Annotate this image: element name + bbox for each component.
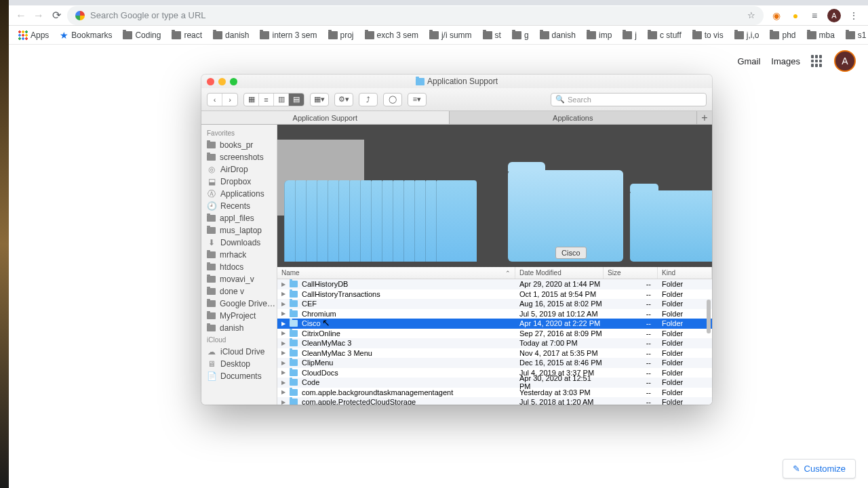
bookmark-item[interactable]: exch 3 sem <box>361 29 422 41</box>
column-name[interactable]: Name⌃ <box>277 267 515 279</box>
file-row[interactable]: ▶CloudDocsJul 4, 2019 at 3:37 PM--Folder <box>277 368 712 378</box>
column-view[interactable]: ▥ <box>274 94 289 106</box>
star-icon[interactable]: ☆ <box>747 10 755 20</box>
disclosure-triangle[interactable]: ▶ <box>277 310 290 317</box>
coverflow-next-folder[interactable] <box>630 190 712 262</box>
extension-icon-1[interactable]: ◉ <box>770 9 783 22</box>
sidebar-item[interactable]: movavi_v <box>201 273 277 285</box>
file-row[interactable]: ▶CodeApr 30, 2020 at 12:51 PM--Folder <box>277 378 712 388</box>
bookmark-item[interactable]: intern 3 sem <box>256 29 321 41</box>
file-row[interactable]: ▶com.apple.backgroundtaskmanagementagent… <box>277 388 712 398</box>
sidebar-item[interactable]: ⬇Downloads <box>201 237 277 249</box>
bookmark-item[interactable]: phd <box>766 29 800 41</box>
coverflow-view[interactable]: ▤ <box>289 94 304 106</box>
file-list[interactable]: ▶CallHistoryDBApr 29, 2020 at 1:44 PM--F… <box>277 279 712 405</box>
disclosure-triangle[interactable]: ▶ <box>277 281 290 287</box>
file-row[interactable]: ▶CleanMyMac 3 MenuNov 4, 2017 at 5:35 PM… <box>277 348 712 359</box>
disclosure-triangle[interactable]: ▶ <box>277 389 290 395</box>
new-tab-button[interactable]: + <box>697 111 712 124</box>
forward-button[interactable]: › <box>222 94 237 106</box>
bookmark-item[interactable]: danish <box>209 29 253 41</box>
bookmark-item[interactable]: imp <box>583 29 616 41</box>
file-row[interactable]: ▶CleanMyMac 3Today at 7:00 PM--Folder <box>277 338 712 348</box>
file-row[interactable]: ▶CitrixOnlineSep 27, 2016 at 8:09 PM--Fo… <box>277 329 712 339</box>
file-row[interactable]: ▶ClipMenuDec 16, 2015 at 8:46 PM--Folder <box>277 358 712 368</box>
reload-button[interactable]: ⟳ <box>50 9 63 22</box>
profile-avatar[interactable]: A <box>827 9 841 22</box>
address-bar[interactable]: Search Google or type a URL ☆ <box>67 6 764 25</box>
file-row[interactable]: ▶CallHistoryDBApr 29, 2020 at 1:44 PM--F… <box>277 279 712 289</box>
sidebar-item[interactable]: MyProject <box>201 310 277 322</box>
file-row[interactable]: ▶ChromiumJul 5, 2019 at 10:12 AM--Folder <box>277 309 712 319</box>
disclosure-triangle[interactable]: ▶ <box>277 380 290 386</box>
file-row[interactable]: ▶com.apple.ProtectedCloudStorageJul 5, 2… <box>277 397 712 405</box>
search-field[interactable]: 🔍 Search <box>551 93 707 106</box>
close-button[interactable] <box>207 78 214 85</box>
sidebar-item[interactable]: 🖥Desktop <box>201 358 277 370</box>
coverflow-area[interactable]: Cisco <box>277 125 712 267</box>
list-view[interactable]: ≡ <box>259 94 274 106</box>
bookmark-item[interactable]: c stuff <box>644 29 686 41</box>
sidebar-item[interactable]: mus_laptop <box>201 224 277 237</box>
dropdown-button[interactable]: ≡▾ <box>408 93 427 106</box>
disclosure-triangle[interactable]: ▶ <box>277 321 290 327</box>
column-kind[interactable]: Kind <box>658 267 712 279</box>
apps-grid-icon[interactable] <box>811 55 823 67</box>
bookmark-item[interactable]: g <box>508 29 533 41</box>
bookmark-item[interactable]: danish <box>536 29 580 41</box>
bookmark-item[interactable]: ★Bookmarks <box>56 28 116 42</box>
disclosure-triangle[interactable]: ▶ <box>277 360 290 366</box>
sidebar-item[interactable]: 🕘Recents <box>201 200 277 212</box>
sidebar-item[interactable]: Google Drive… <box>201 298 277 310</box>
back-button[interactable]: ‹ <box>208 94 222 106</box>
images-link[interactable]: Images <box>771 56 800 66</box>
disclosure-triangle[interactable]: ▶ <box>277 399 290 405</box>
disclosure-triangle[interactable]: ▶ <box>277 350 290 356</box>
sidebar-item[interactable]: books_pr <box>201 139 277 151</box>
sidebar-item[interactable]: ☁iCloud Drive <box>201 346 277 358</box>
disclosure-triangle[interactable]: ▶ <box>277 291 290 297</box>
bookmark-item[interactable]: Apps <box>14 29 53 41</box>
bookmark-item[interactable]: to vis <box>688 29 728 41</box>
sidebar-item[interactable]: ⒶApplications <box>201 188 277 200</box>
column-size[interactable]: Size <box>604 267 658 279</box>
sidebar-item[interactable]: danish <box>201 322 277 334</box>
extension-icon-3[interactable]: ≡ <box>808 9 821 22</box>
bookmark-item[interactable]: j/i summ <box>425 29 476 41</box>
disclosure-triangle[interactable]: ▶ <box>277 301 290 307</box>
sidebar-item[interactable]: htdocs <box>201 261 277 273</box>
bookmark-item[interactable]: Coding <box>119 29 165 41</box>
menu-icon[interactable]: ⋮ <box>848 9 860 22</box>
bookmark-item[interactable]: s1 <box>842 29 868 41</box>
zoom-button[interactable] <box>230 78 237 85</box>
disclosure-triangle[interactable]: ▶ <box>277 340 290 346</box>
file-row[interactable]: ▶CallHistoryTransactionsOct 1, 2015 at 9… <box>277 289 712 300</box>
bookmark-item[interactable]: j <box>618 29 641 41</box>
sidebar-item[interactable]: ⬓Dropbox <box>201 176 277 188</box>
customize-button[interactable]: ✎ Customize <box>783 459 856 479</box>
account-avatar[interactable]: A <box>834 50 856 72</box>
finder-tab[interactable]: Application Support <box>201 111 450 124</box>
bookmark-item[interactable]: j,i,o <box>730 29 764 41</box>
bookmark-item[interactable]: react <box>167 29 206 41</box>
scrollbar-thumb[interactable] <box>707 300 711 333</box>
sidebar-item[interactable]: ◎AirDrop <box>201 163 277 176</box>
disclosure-triangle[interactable]: ▶ <box>277 369 290 375</box>
action-button[interactable]: ⚙▾ <box>334 93 353 106</box>
sidebar-item[interactable]: screenshots <box>201 151 277 163</box>
tags-button[interactable]: ◯ <box>383 93 402 106</box>
sidebar-item[interactable]: 📄Documents <box>201 370 277 382</box>
back-button[interactable]: ← <box>14 9 28 22</box>
file-row[interactable]: ▶CiscoApr 14, 2020 at 2:22 PM--Folder <box>277 319 712 329</box>
finder-titlebar[interactable]: Application Support <box>201 75 712 88</box>
forward-button[interactable]: → <box>32 9 45 22</box>
sidebar-item[interactable]: mrhack <box>201 249 277 261</box>
extension-icon-2[interactable]: ● <box>789 9 802 22</box>
minimize-button[interactable] <box>218 78 226 85</box>
sidebar-item[interactable]: appl_files <box>201 212 277 224</box>
disclosure-triangle[interactable]: ▶ <box>277 330 290 336</box>
finder-tab[interactable]: Applications <box>450 111 698 124</box>
bookmark-item[interactable]: st <box>479 29 505 41</box>
sidebar-item[interactable]: done v <box>201 285 277 298</box>
arrange-button[interactable]: ▦▾ <box>310 93 329 106</box>
